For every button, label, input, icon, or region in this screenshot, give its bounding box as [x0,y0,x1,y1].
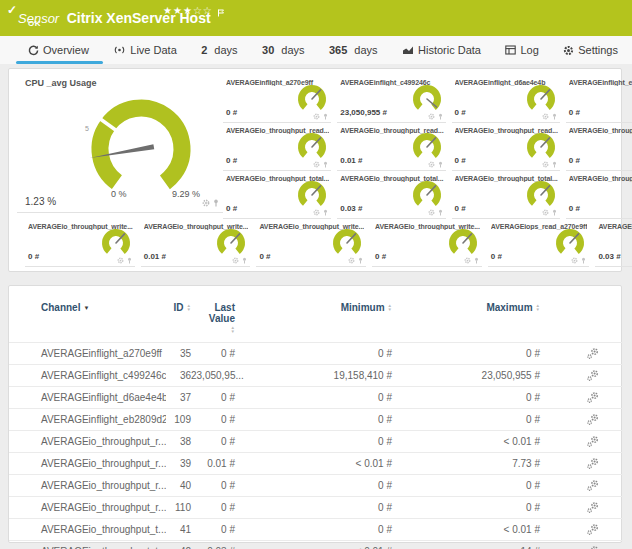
channel-row[interactable]: AVERAGEio_throughput_r... 40 0 # 0 # 0 # [9,475,623,497]
channel-name[interactable]: AVERAGEinflight_c499246c [9,365,166,387]
channel-name[interactable]: AVERAGEinflight_a270e9ff [9,343,166,365]
gauge-tile[interactable]: AVERAGEio_throughput_write... 0 # [372,219,482,267]
pin-icon[interactable] [438,161,443,168]
column-header-id[interactable]: ID▲▼ [166,298,191,343]
channel-name[interactable]: AVERAGEinflight_eb2809d2 [9,409,166,431]
column-header-last-value[interactable]: Last Value▲▼ [191,298,235,343]
gauge-tile[interactable]: AVERAGEio_throughput_read... 0 # [223,123,331,171]
gauge-tile[interactable]: AVERAGEinflight_d6ae4e4b 0 # [452,75,560,123]
tab-overview[interactable]: Overview [28,44,89,56]
channel-row[interactable]: AVERAGEio_throughput_r... 39 0.01 # < 0.… [9,453,623,475]
gauge-tile[interactable]: AVERAGEio_throughput_write... 0 # [256,219,366,267]
tab-settings[interactable]: Settings [563,44,618,56]
channel-name[interactable]: AVERAGEio_throughput_r... [9,475,166,497]
gauge-tile[interactable]: AVERAGEio_throughput_write... 0.01 # [141,219,251,267]
gauge-tile[interactable]: AVERAGEio_throughput_total... 0 # [566,171,632,219]
gauge-tile-value: 0 # [259,252,270,261]
pin-icon[interactable] [358,257,363,264]
channel-name[interactable]: AVERAGEio_throughput_r... [9,497,166,519]
gear-icon[interactable] [428,161,435,168]
overview-icon [28,45,39,56]
channel-row[interactable]: AVERAGEinflight_c499246c 36 23,050,95...… [9,365,623,387]
column-header-minimum[interactable]: Minimum▲▼ [235,298,392,343]
tab-log[interactable]: Log [505,44,538,56]
gear-icon[interactable] [542,113,549,120]
tab-365-days[interactable]: 365days [329,44,378,56]
pin-icon[interactable] [581,257,586,264]
gear-icon[interactable] [313,161,320,168]
pin-icon[interactable] [213,199,219,207]
channel-minimum: 0 # [235,387,392,409]
gear-icon[interactable] [348,257,355,264]
channel-name[interactable]: AVERAGEio_throughput_t... [9,519,166,541]
tab-30-days[interactable]: 30days [262,44,305,56]
channel-row[interactable]: AVERAGEio_throughput_t... 42 0.03 # < 0.… [9,541,623,549]
channel-row[interactable]: AVERAGEio_throughput_r... 38 0 # 0 # < 0… [9,431,623,453]
gear-icon[interactable] [232,257,239,264]
channel-name[interactable]: AVERAGEio_throughput_r... [9,431,166,453]
channel-settings-icon[interactable] [586,435,600,448]
gear-icon[interactable] [202,199,210,207]
column-header-maximum[interactable]: Maximum▲▼ [392,298,540,343]
channel-settings-icon[interactable] [586,501,600,514]
gauge-tile[interactable]: AVERAGEinflight_eb2809d2 0 # [566,75,632,123]
pin-icon[interactable] [127,257,132,264]
gauge-tile[interactable]: AVERAGEio_throughput_write... 0 # [25,219,135,267]
channel-settings-icon[interactable] [586,545,600,549]
pin-icon[interactable] [323,209,328,216]
column-header-channel[interactable]: Channel▼ [9,298,166,343]
gauge [524,84,558,114]
channel-maximum: < 0.01 # [392,519,540,541]
gauge-tile[interactable]: AVERAGEinflight_a270e9ff 0 # [223,75,331,123]
channel-settings-icon[interactable] [586,457,600,470]
tab-live-data[interactable]: Live Data [113,44,176,56]
gear-icon[interactable] [542,161,549,168]
tab-historic-data[interactable]: Historic Data [402,44,481,56]
gauge-tile-value: 0 # [569,156,580,165]
pin-icon[interactable] [323,161,328,168]
pin-icon[interactable] [242,257,247,264]
pin-icon[interactable] [552,113,557,120]
channel-name[interactable]: AVERAGEio_throughput_r... [9,453,166,475]
channel-row[interactable]: AVERAGEinflight_eb2809d2 109 0 # 0 # 0 # [9,409,623,431]
channel-settings-icon[interactable] [586,347,600,360]
gauge-tile[interactable]: AVERAGEinflight_c499246c 23,050,955 # [337,75,445,123]
gear-icon[interactable] [313,113,320,120]
gauge-tile[interactable]: AVERAGEio_throughput_read... 0 # [452,123,560,171]
gauge-tile-title: AVERAGEiops_read_c499246c [598,223,632,230]
gauge-tile[interactable]: AVERAGEio_throughput_total... 0.03 # [337,171,445,219]
channel-row[interactable]: AVERAGEinflight_d6ae4e4b 37 0 # 0 # 0 # [9,387,623,409]
channel-row[interactable]: AVERAGEio_throughput_r... 110 0 # 0 # 0 … [9,497,623,519]
gear-icon[interactable] [542,209,549,216]
gear-icon[interactable] [428,113,435,120]
channel-settings-icon[interactable] [586,391,600,404]
pin-icon[interactable] [323,113,328,120]
channel-settings-icon[interactable] [586,479,600,492]
gear-icon[interactable] [313,209,320,216]
channel-name[interactable]: AVERAGEio_throughput_t... [9,541,166,549]
gauge-tile[interactable]: AVERAGEio_throughput_read... 0.01 # [337,123,445,171]
pin-icon[interactable] [552,161,557,168]
channel-row[interactable]: AVERAGEio_throughput_t... 41 0 # 0 # < 0… [9,519,623,541]
channel-settings-icon[interactable] [586,523,600,536]
tab-2-days[interactable]: 2days [201,44,237,56]
gear-icon[interactable] [428,209,435,216]
gauge-tile[interactable]: AVERAGEio_throughput_total... 0 # [452,171,560,219]
cpu-gauge-tile[interactable]: CPU _avg Usage 5 0 % 9.29 % 1.23 % [17,75,223,213]
channel-settings-icon[interactable] [586,413,600,426]
gauge-tile[interactable]: AVERAGEiops_read_c499246c 0.03 # [595,219,632,267]
pin-icon[interactable] [474,257,479,264]
gauge-tile[interactable]: AVERAGEio_throughput_read... 0 # [566,123,632,171]
channel-row[interactable]: AVERAGEinflight_a270e9ff 35 0 # 0 # 0 # [9,343,623,365]
gauge-tile[interactable]: AVERAGEiops_read_a270e9ff 0 # [488,219,590,267]
pin-icon[interactable] [552,209,557,216]
priority-star-rating[interactable]: ★★★☆☆ [163,5,213,16]
gear-icon[interactable] [117,257,124,264]
channel-name[interactable]: AVERAGEinflight_d6ae4e4b [9,387,166,409]
pin-icon[interactable] [438,113,443,120]
pin-icon[interactable] [438,209,443,216]
gear-icon[interactable] [464,257,471,264]
channel-settings-icon[interactable] [586,369,600,382]
gear-icon[interactable] [571,257,578,264]
gauge-tile[interactable]: AVERAGEio_throughput_total... 0 # [223,171,331,219]
